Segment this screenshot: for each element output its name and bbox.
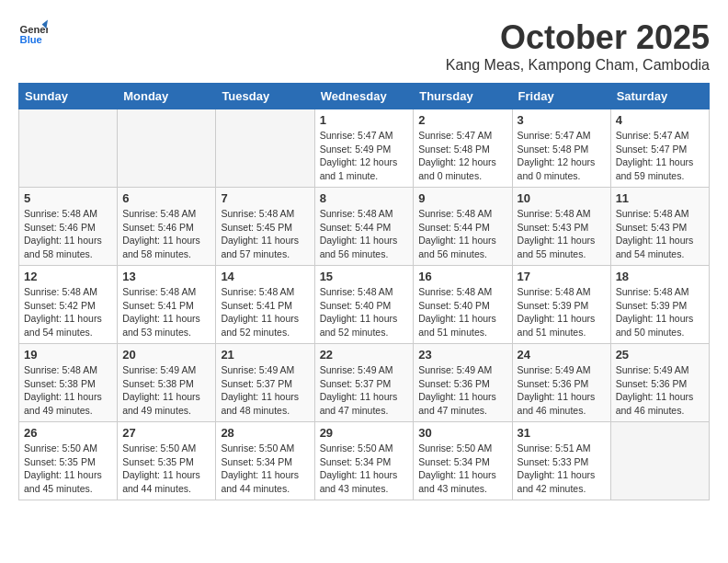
calendar-table: SundayMondayTuesdayWednesdayThursdayFrid…	[18, 83, 710, 500]
calendar-cell	[118, 109, 216, 188]
day-number: 8	[320, 191, 409, 205]
calendar-cell: 12Sunrise: 5:48 AM Sunset: 5:42 PM Dayli…	[19, 266, 118, 344]
calendar-week-2: 5Sunrise: 5:48 AM Sunset: 5:46 PM Daylig…	[19, 188, 710, 266]
day-info: Sunrise: 5:47 AM Sunset: 5:48 PM Dayligh…	[418, 129, 506, 183]
location-subtitle: Kang Meas, Kampong Cham, Cambodia	[446, 57, 710, 74]
calendar-cell: 30Sunrise: 5:50 AM Sunset: 5:34 PM Dayli…	[414, 422, 512, 500]
day-info: Sunrise: 5:48 AM Sunset: 5:46 PM Dayligh…	[122, 207, 210, 261]
day-number: 15	[320, 270, 409, 283]
calendar-week-4: 19Sunrise: 5:48 AM Sunset: 5:38 PM Dayli…	[19, 344, 710, 422]
calendar-cell: 25Sunrise: 5:49 AM Sunset: 5:36 PM Dayli…	[610, 344, 709, 422]
day-number: 11	[616, 191, 704, 205]
calendar-week-1: 1Sunrise: 5:47 AM Sunset: 5:49 PM Daylig…	[19, 109, 710, 188]
day-number: 12	[24, 270, 112, 283]
title-section: October 2025 Kang Meas, Kampong Cham, Ca…	[446, 18, 710, 74]
calendar-cell: 7Sunrise: 5:48 AM Sunset: 5:45 PM Daylig…	[216, 188, 314, 266]
day-number: 3	[518, 113, 606, 127]
column-header-tuesday: Tuesday	[216, 84, 314, 109]
day-number: 30	[418, 426, 506, 440]
calendar-cell: 31Sunrise: 5:51 AM Sunset: 5:33 PM Dayli…	[512, 422, 610, 500]
day-info: Sunrise: 5:48 AM Sunset: 5:41 PM Dayligh…	[122, 285, 210, 339]
day-info: Sunrise: 5:48 AM Sunset: 5:40 PM Dayligh…	[320, 285, 409, 339]
day-number: 27	[122, 426, 210, 440]
calendar-cell: 26Sunrise: 5:50 AM Sunset: 5:35 PM Dayli…	[19, 422, 118, 500]
calendar-cell	[19, 109, 118, 188]
calendar-cell: 17Sunrise: 5:48 AM Sunset: 5:39 PM Dayli…	[512, 266, 610, 344]
month-title: October 2025	[446, 18, 710, 57]
calendar-cell: 29Sunrise: 5:50 AM Sunset: 5:34 PM Dayli…	[314, 422, 414, 500]
calendar-cell: 1Sunrise: 5:47 AM Sunset: 5:49 PM Daylig…	[314, 109, 414, 188]
calendar-cell: 16Sunrise: 5:48 AM Sunset: 5:40 PM Dayli…	[414, 266, 512, 344]
day-number: 26	[24, 426, 112, 440]
calendar-week-3: 12Sunrise: 5:48 AM Sunset: 5:42 PM Dayli…	[19, 266, 710, 344]
day-info: Sunrise: 5:50 AM Sunset: 5:34 PM Dayligh…	[221, 442, 309, 496]
calendar-cell: 13Sunrise: 5:48 AM Sunset: 5:41 PM Dayli…	[118, 266, 216, 344]
day-number: 6	[122, 191, 210, 205]
column-header-thursday: Thursday	[414, 84, 512, 109]
day-info: Sunrise: 5:48 AM Sunset: 5:43 PM Dayligh…	[518, 207, 606, 261]
day-info: Sunrise: 5:48 AM Sunset: 5:38 PM Dayligh…	[24, 363, 112, 418]
calendar-cell: 9Sunrise: 5:48 AM Sunset: 5:44 PM Daylig…	[414, 188, 512, 266]
calendar-cell: 15Sunrise: 5:48 AM Sunset: 5:40 PM Dayli…	[314, 266, 414, 344]
calendar-cell: 19Sunrise: 5:48 AM Sunset: 5:38 PM Dayli…	[19, 344, 118, 422]
day-info: Sunrise: 5:49 AM Sunset: 5:36 PM Dayligh…	[518, 363, 606, 418]
day-info: Sunrise: 5:47 AM Sunset: 5:49 PM Dayligh…	[320, 129, 409, 183]
day-info: Sunrise: 5:49 AM Sunset: 5:36 PM Dayligh…	[616, 363, 704, 418]
day-info: Sunrise: 5:48 AM Sunset: 5:46 PM Dayligh…	[24, 207, 112, 261]
day-number: 4	[616, 113, 704, 127]
svg-text:Blue: Blue	[20, 34, 42, 45]
calendar-cell: 2Sunrise: 5:47 AM Sunset: 5:48 PM Daylig…	[414, 109, 512, 188]
day-info: Sunrise: 5:48 AM Sunset: 5:42 PM Dayligh…	[24, 285, 112, 339]
day-number: 7	[221, 191, 309, 205]
day-number: 13	[122, 270, 210, 283]
day-number: 31	[518, 426, 606, 440]
day-info: Sunrise: 5:49 AM Sunset: 5:37 PM Dayligh…	[221, 363, 309, 418]
day-info: Sunrise: 5:48 AM Sunset: 5:40 PM Dayligh…	[418, 285, 506, 339]
day-info: Sunrise: 5:49 AM Sunset: 5:36 PM Dayligh…	[418, 363, 506, 418]
day-info: Sunrise: 5:48 AM Sunset: 5:45 PM Dayligh…	[221, 207, 309, 261]
calendar-cell: 14Sunrise: 5:48 AM Sunset: 5:41 PM Dayli…	[216, 266, 314, 344]
day-info: Sunrise: 5:50 AM Sunset: 5:35 PM Dayligh…	[122, 442, 210, 496]
day-number: 19	[24, 348, 112, 362]
calendar-cell	[610, 422, 709, 500]
calendar-cell: 27Sunrise: 5:50 AM Sunset: 5:35 PM Dayli…	[118, 422, 216, 500]
day-info: Sunrise: 5:50 AM Sunset: 5:34 PM Dayligh…	[320, 442, 409, 496]
day-number: 25	[616, 348, 704, 362]
day-number: 22	[320, 348, 409, 362]
day-number: 18	[616, 270, 704, 283]
day-number: 2	[418, 113, 506, 127]
day-info: Sunrise: 5:47 AM Sunset: 5:48 PM Dayligh…	[518, 129, 606, 183]
day-info: Sunrise: 5:49 AM Sunset: 5:37 PM Dayligh…	[320, 363, 409, 418]
day-info: Sunrise: 5:47 AM Sunset: 5:47 PM Dayligh…	[616, 129, 704, 183]
day-info: Sunrise: 5:49 AM Sunset: 5:38 PM Dayligh…	[122, 363, 210, 418]
day-number: 28	[221, 426, 309, 440]
calendar-cell: 28Sunrise: 5:50 AM Sunset: 5:34 PM Dayli…	[216, 422, 314, 500]
calendar-cell	[216, 109, 314, 188]
calendar-header-row: SundayMondayTuesdayWednesdayThursdayFrid…	[19, 84, 710, 109]
day-info: Sunrise: 5:48 AM Sunset: 5:39 PM Dayligh…	[518, 285, 606, 339]
calendar-cell: 18Sunrise: 5:48 AM Sunset: 5:39 PM Dayli…	[610, 266, 709, 344]
day-number: 29	[320, 426, 409, 440]
day-info: Sunrise: 5:48 AM Sunset: 5:43 PM Dayligh…	[616, 207, 704, 261]
day-info: Sunrise: 5:48 AM Sunset: 5:41 PM Dayligh…	[221, 285, 309, 339]
calendar-cell: 5Sunrise: 5:48 AM Sunset: 5:46 PM Daylig…	[19, 188, 118, 266]
logo-icon: General Blue	[18, 18, 48, 48]
day-number: 24	[518, 348, 606, 362]
day-info: Sunrise: 5:51 AM Sunset: 5:33 PM Dayligh…	[518, 442, 606, 496]
day-number: 5	[24, 191, 112, 205]
day-number: 14	[221, 270, 309, 283]
page-header: General Blue October 2025 Kang Meas, Kam…	[18, 18, 710, 74]
day-number: 17	[518, 270, 606, 283]
calendar-cell: 24Sunrise: 5:49 AM Sunset: 5:36 PM Dayli…	[512, 344, 610, 422]
day-info: Sunrise: 5:48 AM Sunset: 5:44 PM Dayligh…	[418, 207, 506, 261]
calendar-week-5: 26Sunrise: 5:50 AM Sunset: 5:35 PM Dayli…	[19, 422, 710, 500]
day-number: 20	[122, 348, 210, 362]
calendar-cell: 10Sunrise: 5:48 AM Sunset: 5:43 PM Dayli…	[512, 188, 610, 266]
calendar-cell: 8Sunrise: 5:48 AM Sunset: 5:44 PM Daylig…	[314, 188, 414, 266]
calendar-cell: 22Sunrise: 5:49 AM Sunset: 5:37 PM Dayli…	[314, 344, 414, 422]
day-number: 21	[221, 348, 309, 362]
day-number: 16	[418, 270, 506, 283]
calendar-cell: 11Sunrise: 5:48 AM Sunset: 5:43 PM Dayli…	[610, 188, 709, 266]
day-number: 10	[518, 191, 606, 205]
day-info: Sunrise: 5:48 AM Sunset: 5:39 PM Dayligh…	[616, 285, 704, 339]
